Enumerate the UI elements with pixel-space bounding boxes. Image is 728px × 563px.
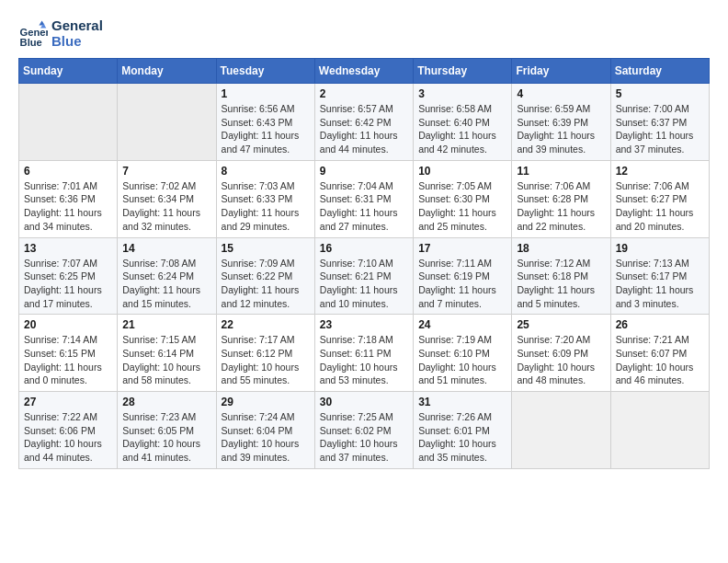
weekday-header-wednesday: Wednesday <box>314 59 413 84</box>
day-info: Sunrise: 7:20 AM Sunset: 6:09 PM Dayligh… <box>517 333 605 387</box>
day-info: Sunrise: 7:06 AM Sunset: 6:27 PM Dayligh… <box>616 179 704 234</box>
day-info: Sunrise: 6:59 AM Sunset: 6:39 PM Dayligh… <box>517 102 605 156</box>
day-info: Sunrise: 7:01 AM Sunset: 6:36 PM Dayligh… <box>24 179 112 234</box>
calendar-cell: 13Sunrise: 7:07 AM Sunset: 6:25 PM Dayli… <box>19 237 118 315</box>
calendar-row-3: 13Sunrise: 7:07 AM Sunset: 6:25 PM Dayli… <box>19 237 710 315</box>
calendar-cell: 14Sunrise: 7:08 AM Sunset: 6:24 PM Dayli… <box>118 237 216 315</box>
calendar-cell: 4Sunrise: 6:59 AM Sunset: 6:39 PM Daylig… <box>512 84 610 161</box>
day-info: Sunrise: 6:58 AM Sunset: 6:40 PM Dayligh… <box>418 102 506 156</box>
day-info: Sunrise: 7:04 AM Sunset: 6:31 PM Dayligh… <box>320 179 408 234</box>
logo-text-line1: General <box>51 18 103 34</box>
day-info: Sunrise: 7:10 AM Sunset: 6:21 PM Dayligh… <box>320 257 408 311</box>
calendar-cell: 12Sunrise: 7:06 AM Sunset: 6:27 PM Dayli… <box>610 160 709 237</box>
day-info: Sunrise: 7:13 AM Sunset: 6:17 PM Dayligh… <box>616 257 704 311</box>
logo-text-line2: Blue <box>51 34 103 50</box>
day-info: Sunrise: 7:24 AM Sunset: 6:04 PM Dayligh… <box>222 410 310 465</box>
day-number: 4 <box>517 87 605 100</box>
day-number: 23 <box>320 318 408 331</box>
calendar-cell: 27Sunrise: 7:22 AM Sunset: 6:06 PM Dayli… <box>19 392 118 469</box>
calendar-cell: 6Sunrise: 7:01 AM Sunset: 6:36 PM Daylig… <box>19 160 118 237</box>
day-number: 22 <box>222 318 310 331</box>
day-number: 25 <box>517 318 605 331</box>
calendar-cell <box>19 84 118 161</box>
day-info: Sunrise: 7:00 AM Sunset: 6:37 PM Dayligh… <box>616 102 704 156</box>
calendar-cell: 31Sunrise: 7:26 AM Sunset: 6:01 PM Dayli… <box>414 392 512 469</box>
calendar-cell: 5Sunrise: 7:00 AM Sunset: 6:37 PM Daylig… <box>610 84 709 161</box>
day-number: 15 <box>222 242 310 255</box>
day-number: 26 <box>616 318 704 331</box>
weekday-header-friday: Friday <box>512 59 610 84</box>
day-info: Sunrise: 7:21 AM Sunset: 6:07 PM Dayligh… <box>616 333 704 387</box>
day-info: Sunrise: 7:09 AM Sunset: 6:22 PM Dayligh… <box>222 257 310 311</box>
day-info: Sunrise: 7:07 AM Sunset: 6:25 PM Dayligh… <box>24 257 112 311</box>
day-info: Sunrise: 7:19 AM Sunset: 6:10 PM Dayligh… <box>418 333 506 387</box>
calendar-cell: 25Sunrise: 7:20 AM Sunset: 6:09 PM Dayli… <box>512 315 610 392</box>
calendar-cell: 29Sunrise: 7:24 AM Sunset: 6:04 PM Dayli… <box>216 392 314 469</box>
weekday-header-thursday: Thursday <box>414 59 512 84</box>
day-number: 7 <box>122 165 210 178</box>
calendar-cell: 21Sunrise: 7:15 AM Sunset: 6:14 PM Dayli… <box>118 315 216 392</box>
day-number: 1 <box>222 87 310 100</box>
calendar-cell: 11Sunrise: 7:06 AM Sunset: 6:28 PM Dayli… <box>512 160 610 237</box>
calendar-cell <box>512 392 610 469</box>
calendar-cell: 8Sunrise: 7:03 AM Sunset: 6:33 PM Daylig… <box>216 160 314 237</box>
calendar-cell: 9Sunrise: 7:04 AM Sunset: 6:31 PM Daylig… <box>314 160 413 237</box>
day-info: Sunrise: 7:25 AM Sunset: 6:02 PM Dayligh… <box>320 410 408 465</box>
day-number: 3 <box>418 87 506 100</box>
day-number: 13 <box>24 242 112 255</box>
day-info: Sunrise: 7:08 AM Sunset: 6:24 PM Dayligh… <box>122 257 210 311</box>
day-number: 20 <box>24 318 112 331</box>
day-number: 10 <box>418 165 506 178</box>
day-number: 18 <box>517 242 605 255</box>
weekday-header-monday: Monday <box>118 59 216 84</box>
day-info: Sunrise: 7:17 AM Sunset: 6:12 PM Dayligh… <box>222 333 310 387</box>
logo-icon: General Blue <box>18 19 48 49</box>
calendar-cell <box>610 392 709 469</box>
weekday-header-row: SundayMondayTuesdayWednesdayThursdayFrid… <box>19 59 710 84</box>
day-number: 2 <box>320 87 408 100</box>
day-number: 19 <box>616 242 704 255</box>
day-info: Sunrise: 7:03 AM Sunset: 6:33 PM Dayligh… <box>222 179 310 234</box>
calendar-cell: 22Sunrise: 7:17 AM Sunset: 6:12 PM Dayli… <box>216 315 314 392</box>
calendar-cell: 17Sunrise: 7:11 AM Sunset: 6:19 PM Dayli… <box>414 237 512 315</box>
svg-marker-2 <box>39 20 44 25</box>
day-info: Sunrise: 7:12 AM Sunset: 6:18 PM Dayligh… <box>517 257 605 311</box>
calendar-cell: 16Sunrise: 7:10 AM Sunset: 6:21 PM Dayli… <box>314 237 413 315</box>
weekday-header-tuesday: Tuesday <box>216 59 314 84</box>
day-number: 27 <box>24 396 112 408</box>
calendar-cell: 20Sunrise: 7:14 AM Sunset: 6:15 PM Dayli… <box>19 315 118 392</box>
weekday-header-saturday: Saturday <box>610 59 709 84</box>
day-info: Sunrise: 7:14 AM Sunset: 6:15 PM Dayligh… <box>24 333 112 387</box>
day-number: 5 <box>616 87 704 100</box>
calendar-cell: 26Sunrise: 7:21 AM Sunset: 6:07 PM Dayli… <box>610 315 709 392</box>
calendar-row-5: 27Sunrise: 7:22 AM Sunset: 6:06 PM Dayli… <box>19 392 710 469</box>
logo: General Blue General Blue <box>18 18 103 49</box>
calendar-cell: 15Sunrise: 7:09 AM Sunset: 6:22 PM Dayli… <box>216 237 314 315</box>
calendar-cell: 3Sunrise: 6:58 AM Sunset: 6:40 PM Daylig… <box>414 84 512 161</box>
calendar-cell: 30Sunrise: 7:25 AM Sunset: 6:02 PM Dayli… <box>314 392 413 469</box>
day-number: 31 <box>418 396 506 408</box>
day-number: 16 <box>320 242 408 255</box>
page-header: General Blue General Blue <box>18 18 710 49</box>
day-number: 12 <box>616 165 704 178</box>
day-number: 11 <box>517 165 605 178</box>
calendar-cell: 1Sunrise: 6:56 AM Sunset: 6:43 PM Daylig… <box>216 84 314 161</box>
day-number: 6 <box>24 165 112 178</box>
calendar-cell: 7Sunrise: 7:02 AM Sunset: 6:34 PM Daylig… <box>118 160 216 237</box>
calendar-cell: 18Sunrise: 7:12 AM Sunset: 6:18 PM Dayli… <box>512 237 610 315</box>
day-info: Sunrise: 6:57 AM Sunset: 6:42 PM Dayligh… <box>320 102 408 156</box>
day-info: Sunrise: 7:11 AM Sunset: 6:19 PM Dayligh… <box>418 257 506 311</box>
calendar-cell: 23Sunrise: 7:18 AM Sunset: 6:11 PM Dayli… <box>314 315 413 392</box>
day-info: Sunrise: 7:05 AM Sunset: 6:30 PM Dayligh… <box>418 179 506 234</box>
day-info: Sunrise: 7:06 AM Sunset: 6:28 PM Dayligh… <box>517 179 605 234</box>
day-number: 28 <box>122 396 210 408</box>
day-number: 8 <box>222 165 310 178</box>
day-info: Sunrise: 7:15 AM Sunset: 6:14 PM Dayligh… <box>122 333 210 387</box>
calendar-table: SundayMondayTuesdayWednesdayThursdayFrid… <box>18 58 710 469</box>
weekday-header-sunday: Sunday <box>19 59 118 84</box>
day-number: 30 <box>320 396 408 408</box>
calendar-row-2: 6Sunrise: 7:01 AM Sunset: 6:36 PM Daylig… <box>19 160 710 237</box>
calendar-cell: 28Sunrise: 7:23 AM Sunset: 6:05 PM Dayli… <box>118 392 216 469</box>
day-info: Sunrise: 7:02 AM Sunset: 6:34 PM Dayligh… <box>122 179 210 234</box>
calendar-cell: 19Sunrise: 7:13 AM Sunset: 6:17 PM Dayli… <box>610 237 709 315</box>
